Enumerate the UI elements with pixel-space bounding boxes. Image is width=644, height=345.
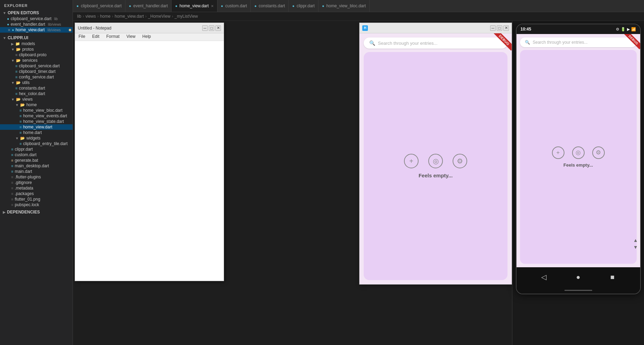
folder-label: home [26, 102, 37, 107]
breadcrumb-lib[interactable]: lib [77, 14, 81, 19]
tab-clipboard-service[interactable]: ● clipboard_service.dart [73, 0, 125, 12]
tree-main-desktop[interactable]: ≡ main_desktop.dart [0, 163, 73, 169]
tree-hex-color[interactable]: ≡ hex_color.dart [0, 91, 73, 96]
minimize-button[interactable]: ─ [202, 25, 208, 31]
tab-home-view[interactable]: ● home_view.dart ✕ [172, 0, 217, 12]
open-editor-name: clipboard_service.dart [11, 16, 51, 21]
flutter-minimize-button[interactable]: ─ [490, 25, 496, 31]
flutter-search-bar[interactable]: 🔍 Search through your entries... [364, 37, 507, 49]
file-icon: ≡ [11, 180, 13, 185]
content-area: 1t 2Sta 3 4ntr 5ntr 6 7Asy 8re 9 10ata 1… [73, 21, 644, 345]
breadcrumb-views[interactable]: views [85, 14, 96, 19]
flutter-close-button[interactable]: ✕ [503, 25, 509, 31]
tree-home-view-state[interactable]: ≡ home_view_state.dart [0, 119, 73, 124]
tree-home-folder[interactable]: ▼ 📂 home [0, 102, 73, 108]
tree-flutter-png[interactable]: ≡ flutter_01.png [0, 196, 73, 202]
dependencies-section[interactable]: ▶ DEPENDENCIES [0, 209, 73, 215]
open-editors-label: OPEN EDITORS [8, 10, 39, 15]
tree-clipboard-proto[interactable]: ≡ clipboard.proto [0, 52, 73, 58]
flutter-maximize-button[interactable]: □ [497, 25, 502, 31]
add-icon-circle: + [404, 154, 419, 168]
folder-label: utils [22, 80, 30, 85]
file-icon: ≡ [11, 197, 13, 201]
file-label: hex_color.dart [19, 91, 45, 96]
tab-custom[interactable]: ● custom.dart [217, 0, 251, 12]
tree-widgets[interactable]: ▼ 📂 widgets [0, 135, 73, 141]
dart-icon: ≡ [19, 131, 22, 135]
tree-clipboard-service[interactable]: ≡ clipboard_service.dart [0, 63, 73, 69]
tab-dart-icon: ● [129, 4, 131, 8]
menu-edit[interactable]: Edit [89, 33, 103, 41]
open-editor-event-handler[interactable]: ● event_handler.dart lib/views [0, 22, 73, 27]
folder-label: models [22, 41, 35, 46]
tree-services[interactable]: ▼ 📂 services [0, 58, 73, 63]
menu-view[interactable]: View [123, 33, 139, 41]
close-button[interactable]: ✕ [215, 25, 221, 31]
scroll-up-arrow[interactable]: ▲ [633, 237, 638, 243]
tree-clipboard-entry-tile[interactable]: ≡ clipboard_entry_tile.dart [0, 141, 73, 146]
dart-icon: ≡ [11, 147, 13, 151]
tree-utils[interactable]: ▼ 📂 utils [0, 80, 73, 85]
tree-clipboard-timer[interactable]: ≡ clipboard_timer.dart [0, 69, 73, 74]
tab-close-icon[interactable]: ✕ [211, 4, 214, 8]
open-editor-home-view[interactable]: ✕ ● home_view.dart lib/views [0, 27, 73, 33]
file-label: custom.dart [15, 152, 36, 157]
file-label: main_desktop.dart [15, 163, 49, 168]
tree-gitignore[interactable]: ≡ .gitignore [0, 180, 73, 185]
breadcrumb-sep: › [97, 14, 99, 19]
tree-home-view-events[interactable]: ≡ home_view_events.dart [0, 113, 73, 119]
tab-home-view-bloc[interactable]: ● home_view_bloc.dart [319, 0, 370, 12]
scroll-down-arrow[interactable]: ▼ [633, 244, 638, 250]
maximize-button[interactable]: □ [209, 25, 214, 31]
tree-models[interactable]: ▶ 📁 models [0, 41, 73, 47]
tree-pubspec-lock[interactable]: ≡ pubspec.lock [0, 202, 73, 208]
empty-state-icons: + ◎ ⚙ [404, 154, 467, 168]
dart-icon: ≡ [15, 75, 17, 79]
tree-generate-bat[interactable]: ≡ generate.bat [0, 158, 73, 163]
menu-format[interactable]: Format [103, 33, 123, 41]
tree-main-dart[interactable]: ≡ main.dart [0, 169, 73, 174]
tree-config-service[interactable]: ≡ config_service.dart [0, 74, 73, 80]
close-editor-icon[interactable]: ✕ [8, 28, 10, 32]
open-editors-chevron: ▼ [3, 11, 6, 15]
file-label: .packages [15, 191, 34, 196]
breadcrumb-mylistview[interactable]: _myListView [175, 14, 198, 19]
tab-dart-icon: ● [322, 4, 324, 8]
open-editor-clipboard-service[interactable]: ● clipboard_service.dart lib [0, 16, 73, 22]
dart-icon: ≡ [19, 119, 22, 124]
tree-protos[interactable]: ▼ 📂 protos [0, 47, 73, 52]
breadcrumb-sep: › [112, 14, 113, 19]
file-icon: ≡ [11, 192, 13, 196]
tree-clippr-dart[interactable]: ≡ clippr.dart [0, 146, 73, 152]
deps-chevron: ▶ [3, 210, 6, 214]
tree-views[interactable]: ▼ 📂 views [0, 96, 73, 102]
menu-help[interactable]: Help [139, 33, 155, 41]
home-button[interactable]: ● [572, 271, 584, 283]
phone-nav-bar: ◁ ● ■ [517, 267, 640, 287]
tree-flutter-plugins[interactable]: ≡ .flutter-plugins [0, 174, 73, 180]
notepad-content[interactable] [75, 41, 224, 281]
tab-constants[interactable]: ● constants.dart [251, 0, 289, 12]
phone-container: 10:45 ⚙ 🔋 ▶ 📶 🔍 Search through your entr… [512, 21, 644, 345]
breadcrumb-filename[interactable]: home_view.dart [115, 14, 144, 19]
tree-home-view-dart[interactable]: ≡ home_view.dart [0, 124, 73, 130]
clippr-ui-section[interactable]: ▼ CLIPPR.UI [0, 35, 73, 41]
breadcrumb-home[interactable]: home [100, 14, 110, 19]
tree-custom-dart[interactable]: ≡ custom.dart [0, 152, 73, 158]
file-label: home_view_bloc.dart [23, 108, 62, 113]
breadcrumb-homeview[interactable]: _HomeView [148, 14, 170, 19]
menu-file[interactable]: File [75, 33, 89, 41]
file-label: generate.bat [15, 158, 38, 163]
tree-packages[interactable]: ≡ .packages [0, 191, 73, 196]
back-button[interactable]: ◁ [538, 271, 550, 283]
tree-metadata[interactable]: ≡ .metadata [0, 185, 73, 191]
recents-button[interactable]: ■ [606, 271, 619, 283]
tree-home-view-bloc[interactable]: ≡ home_view_bloc.dart [0, 108, 73, 113]
tree-home-dart[interactable]: ≡ home.dart [0, 130, 73, 135]
tab-event-handler[interactable]: ● event_handler.dart [125, 0, 172, 12]
tab-clippr[interactable]: ● clippr.dart [289, 0, 319, 12]
tree-constants[interactable]: ≡ constants.dart [0, 85, 73, 91]
phone-search-bar[interactable]: 🔍 Search through your entries... [520, 37, 637, 47]
empty-state-label: Feels empty... [419, 172, 453, 178]
open-editors-section[interactable]: ▼ OPEN EDITORS [0, 10, 73, 16]
